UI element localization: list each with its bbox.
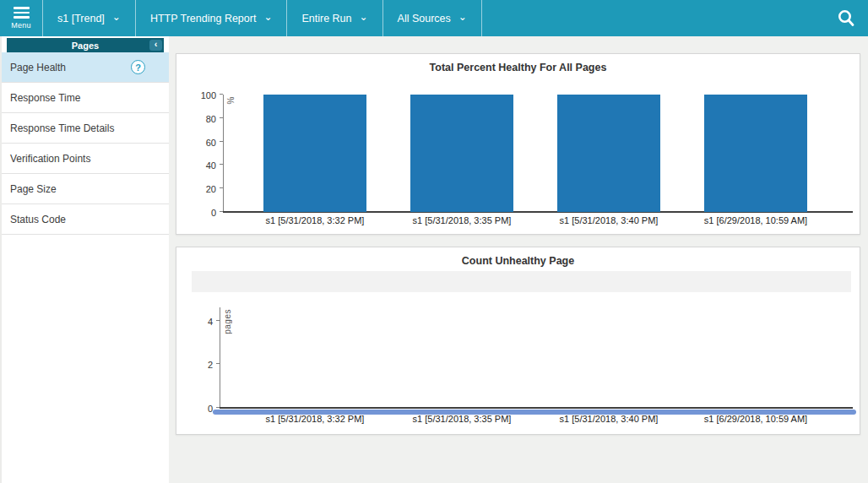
y-axis-unit-label: pages [223, 309, 232, 334]
x-tick-label: s1 [5/31/2018, 3:40 PM] [535, 414, 682, 424]
x-tick-label: s1 [6/29/2018, 10:59 AM] [682, 215, 829, 225]
sidebar-item-label: Status Code [10, 214, 66, 225]
dropdown-label: Entire Run [301, 13, 351, 24]
bar [410, 95, 513, 212]
x-axis-line [220, 407, 853, 409]
y-tick-label: 0 [187, 208, 216, 218]
search-button[interactable] [824, 0, 868, 36]
y-axis-line [223, 95, 224, 212]
dropdown-label: s1 [Trend] [57, 13, 105, 24]
chevron-down-icon: ⌄ [458, 11, 467, 23]
bar [704, 95, 807, 212]
y-tick-mark [220, 141, 223, 142]
sidebar-item-label: Page Size [10, 183, 57, 195]
menu-button[interactable]: Menu [0, 0, 42, 36]
chart-title: Count Unhealthy Page [176, 247, 860, 267]
y-tick-label: 40 [187, 160, 216, 171]
content-area: Pages ‹ Page Health?Response TimeRespons… [0, 36, 868, 483]
topbar-spacer [482, 0, 824, 36]
bar [557, 95, 660, 212]
x-tick-label: s1 [5/31/2018, 3:35 PM] [388, 414, 535, 424]
y-tick-label: 0 [184, 404, 213, 414]
x-tick-label: s1 [5/31/2018, 3:32 PM] [241, 414, 388, 424]
hamburger-icon [14, 7, 30, 19]
y-axis-unit-label: % [226, 96, 236, 104]
search-icon [835, 8, 857, 30]
y-tick-mark [216, 363, 220, 364]
topbar-dropdown-s1-trend[interactable]: s1 [Trend]⌄ [43, 0, 135, 36]
sidebar-item-status-code[interactable]: Status Code [2, 204, 169, 235]
y-tick-mark [220, 94, 223, 95]
sidebar-item-page-size[interactable]: Page Size [2, 174, 169, 204]
help-icon[interactable]: ? [131, 60, 145, 74]
x-tick-label: s1 [5/31/2018, 3:35 PM] [388, 215, 535, 225]
y-tick-mark [216, 320, 220, 321]
sidebar-item-label: Verification Points [10, 153, 90, 165]
y-tick-label: 60 [187, 138, 216, 148]
sidebar-title: Pages [72, 41, 99, 51]
y-tick-mark [220, 187, 223, 188]
pages-sidebar: Pages ‹ Page Health?Response TimeRespons… [0, 36, 169, 483]
y-tick-label: 80 [187, 114, 216, 124]
chart-title: Total Percent Healthy For All Pages [176, 54, 860, 73]
chevron-down-icon: ⌄ [263, 11, 272, 23]
plot-area: 024pagess1 [5/31/2018, 3:32 PM]s1 [5/31/… [220, 307, 853, 408]
chevron-down-icon: ⌄ [112, 11, 121, 23]
dropdown-label: HTTP Trending Report [150, 13, 257, 24]
topbar-dropdown-all-sources[interactable]: All Sources⌄ [383, 0, 481, 36]
y-tick-label: 20 [187, 184, 216, 194]
menu-button-label: Menu [11, 21, 30, 30]
percent-healthy-chart-panel: Total Percent Healthy For All Pages02040… [176, 53, 860, 235]
sidebar-item-verification-points[interactable]: Verification Points [2, 144, 169, 174]
y-tick-label: 100 [187, 90, 216, 100]
legend-band-empty [192, 271, 851, 292]
sidebar-item-response-time[interactable]: Response Time [2, 83, 169, 113]
top-app-bar: Menu s1 [Trend]⌄HTTP Trending Report⌄Ent… [0, 0, 868, 36]
bar [263, 95, 366, 212]
sidebar-header: Pages ‹ [7, 38, 164, 52]
chevron-left-icon: ‹ [155, 39, 158, 49]
topbar-dropdown-http-trending-report[interactable]: HTTP Trending Report⌄ [136, 0, 287, 36]
main-report-area: Total Percent Healthy For All Pages02040… [169, 36, 868, 483]
plot-area: 020406080100%s1 [5/31/2018, 3:32 PM]s1 [… [223, 95, 853, 212]
sidebar-item-page-health[interactable]: Page Health? [2, 52, 169, 83]
y-tick-mark [220, 117, 223, 118]
sidebar-collapse-button[interactable]: ‹ [149, 40, 162, 51]
dropdown-label: All Sources [398, 13, 451, 24]
x-tick-label: s1 [5/31/2018, 3:40 PM] [535, 215, 682, 225]
sidebar-item-list: Page Health?Response TimeResponse Time D… [2, 52, 169, 235]
x-tick-label: s1 [5/31/2018, 3:32 PM] [241, 215, 388, 225]
chevron-down-icon: ⌄ [360, 11, 368, 23]
sidebar-item-label: Page Health [10, 62, 66, 73]
y-tick-mark [220, 164, 223, 165]
count-unhealthy-chart-panel: Count Unhealthy Page024pagess1 [5/31/201… [176, 247, 860, 435]
topbar-dropdown-group: s1 [Trend]⌄HTTP Trending Report⌄Entire R… [43, 0, 482, 36]
topbar-dropdown-entire-run[interactable]: Entire Run⌄ [287, 0, 382, 36]
sidebar-item-label: Response Time Details [10, 122, 114, 134]
sidebar-item-label: Response Time [10, 92, 80, 104]
sidebar-item-response-time-details[interactable]: Response Time Details [2, 113, 169, 144]
y-tick-label: 2 [184, 360, 213, 370]
y-axis-line [220, 307, 220, 408]
x-tick-label: s1 [6/29/2018, 10:59 AM] [682, 414, 829, 424]
y-tick-label: 4 [184, 317, 213, 327]
